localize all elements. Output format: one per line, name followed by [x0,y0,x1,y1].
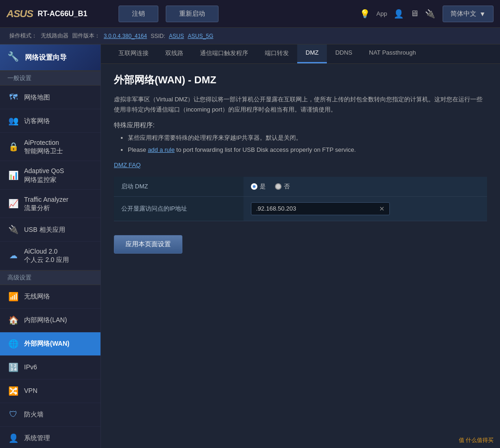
sidebar-item-adaptive-qos[interactable]: 📊 Adaptive QoS网络监控家 [0,161,100,189]
top-icons: 💡 App 👤 🖥 🔌 [360,9,435,19]
watermark: 值 什么值得买 [459,436,494,444]
sidebar-item-aicloud[interactable]: ☁ AiCloud 2.0个人云 2.0 应用 [0,242,100,270]
sidebar-item-firewall[interactable]: 🛡 防火墙 [0,403,100,427]
bullet-list: 某些应用程序需要特殊的处理程序来穿越IP共享器。默认是关闭。 Please ad… [114,133,487,155]
ssid1-link[interactable]: ASUS [169,33,184,39]
sidebar-item-label: VPN [24,386,38,395]
dmz-enable-row: 启动 DMZ 是 否 [114,177,487,197]
radio-no[interactable]: 否 [275,182,290,191]
tab-dualwan[interactable]: 双线路 [157,44,192,63]
chevron-down-icon: ▼ [479,10,486,18]
guest-network-icon: 👥 [7,115,19,127]
special-apps-label: 特殊应用程序: [114,121,487,130]
firewall-icon: 🛡 [7,409,19,421]
reboot-button[interactable]: 重新启动 [166,6,219,22]
monitor-icon[interactable]: 🖥 [410,9,419,19]
usb-icon[interactable]: 🔌 [425,9,435,19]
sidebar-item-ipv6[interactable]: 🔢 IPv6 [0,356,100,380]
settings-table: 启动 DMZ 是 否 [114,177,487,221]
setup-icon: 🔧 [7,51,20,64]
mode-label: 操作模式： [9,32,37,40]
tab-natpassthrough[interactable]: NAT Passthrough [361,44,424,63]
sidebar-item-vpn[interactable]: 🔀 VPN [0,380,100,403]
sidebar-item-label: 访客网络 [24,117,50,125]
main-layout: 🔧 网络设置向导 一般设置 🗺 网络地图 👥 访客网络 🔒 AiProtecti… [0,44,500,448]
traffic-analyzer-icon: 📈 [7,198,19,210]
ip-clear-button[interactable]: ✕ [379,205,385,212]
sidebar-item-wireless[interactable]: 📶 无线网络 [0,285,100,309]
bullet-item-1: 某些应用程序需要特殊的处理程序来穿越IP共享器。默认是关闭。 [128,133,487,143]
page-content: 外部网络(WAN) - DMZ 虚拟非军事区（Virtual DMZ）让您得以将… [101,64,500,448]
radio-yes[interactable]: 是 [251,182,266,191]
sidebar: 🔧 网络设置向导 一般设置 🗺 网络地图 👥 访客网络 🔒 AiProtecti… [0,44,101,448]
sidebar-item-label: IPv6 [24,363,37,371]
watermark-text: 值 什么值得买 [459,437,494,443]
sidebar-item-lan[interactable]: 🏠 内部网络(LAN) [0,309,100,332]
sidebar-item-guest-network[interactable]: 👥 访客网络 [0,109,100,133]
sidebar-item-aiprotection[interactable]: 🔒 AiProtection智能网络卫士 [0,133,100,161]
aiprotection-icon: 🔒 [7,141,19,153]
sidebar-item-label: 外部网络(WAN) [24,339,69,348]
wireless-icon: 📶 [7,291,19,303]
page-title: 外部网络(WAN) - DMZ [114,73,487,87]
app-label: App [376,10,387,17]
sidebar-item-label: Traffic Analyzer流量分析 [24,195,69,212]
sidebar-item-sysadmin[interactable]: 👤 系统管理 [0,427,100,448]
vpn-icon: 🔀 [7,385,19,397]
apply-button[interactable]: 应用本页面设置 [114,235,182,254]
sidebar-item-label: 无线网络 [24,292,50,300]
tab-portforward[interactable]: 端口转发 [256,44,297,63]
setup-label: 网络设置向导 [25,53,67,62]
tab-ddns[interactable]: DDNS [327,44,361,63]
sidebar-item-label: AiCloud 2.0个人云 2.0 应用 [24,247,69,264]
dmz-ip-control: .92.168.50.203 ✕ [244,196,487,221]
sidebar-item-traffic-analyzer[interactable]: 📈 Traffic Analyzer流量分析 [0,190,100,218]
tab-portproxy[interactable]: 通信端口触发程序 [192,44,256,63]
radio-yes-circle [251,183,257,190]
user-icon[interactable]: 👤 [394,9,404,19]
ip-input-text: .92.168.50.203 [256,205,376,212]
app-icon[interactable]: 💡 [360,9,370,19]
sysadmin-icon: 👤 [7,432,19,444]
dmz-ip-row: 公开显露访问点的IP地址 .92.168.50.203 ✕ [114,196,487,221]
mode-value: 无线路由器 [41,32,69,40]
ssid2-link[interactable]: ASUS_5G [188,33,213,39]
dmz-ip-label: 公开显露访问点的IP地址 [114,196,244,221]
ip-input-container[interactable]: .92.168.50.203 ✕ [251,202,390,215]
sidebar-setup[interactable]: 🔧 网络设置向导 [0,44,100,71]
tab-dmz[interactable]: DMZ [297,44,327,63]
network-map-icon: 🗺 [7,91,19,103]
advanced-section-header: 高级设置 [0,270,100,285]
sidebar-item-usb-apps[interactable]: 🔌 USB 相关应用 [0,218,100,242]
lang-label: 简体中文 [450,10,476,18]
dmz-faq-link[interactable]: DMZ FAQ [114,162,141,168]
sidebar-item-label: 内部网络(LAN) [24,316,67,324]
sidebar-item-network-map[interactable]: 🗺 网络地图 [0,86,100,109]
tab-internet[interactable]: 互联网连接 [110,44,157,63]
lang-selector: 💡 App 👤 🖥 🔌 简体中文 ▼ [360,6,494,22]
sidebar-item-label: 网络地图 [24,93,50,101]
status-bar: 操作模式： 无线路由器 固件版本： 3.0.0.4.380_4164 SSID:… [0,28,500,44]
logo-area: ASUS RT-AC66U_B1 [0,0,111,27]
add-rule-link[interactable]: add a rule [148,146,175,153]
content-area: 互联网连接 双线路 通信端口触发程序 端口转发 DMZ DDNS NAT Pas… [101,44,500,448]
sidebar-item-wan[interactable]: 🌐 外部网络(WAN) [0,332,100,356]
sidebar-item-label: Adaptive QoS网络监控家 [24,167,64,183]
dmz-enable-label: 启动 DMZ [114,177,244,197]
tabs-bar: 互联网连接 双线路 通信端口触发程序 端口转发 DMZ DDNS NAT Pas… [101,44,500,64]
sidebar-item-label: 系统管理 [24,434,50,442]
aicloud-icon: ☁ [7,249,19,261]
ipv6-icon: 🔢 [7,361,19,373]
usb-apps-icon: 🔌 [7,224,19,236]
logout-button[interactable]: 注销 [119,6,158,22]
firmware-link[interactable]: 3.0.0.4.380_4164 [104,33,147,39]
lang-button[interactable]: 简体中文 ▼ [443,6,494,22]
wan-icon: 🌐 [7,338,19,350]
top-bar: ASUS RT-AC66U_B1 注销 重新启动 💡 App 👤 🖥 🔌 简体中… [0,0,500,28]
radio-yes-label: 是 [260,182,266,191]
sidebar-item-label: USB 相关应用 [24,225,65,234]
general-section-header: 一般设置 [0,71,100,86]
sidebar-item-label: AiProtection智能网络卫士 [24,138,63,155]
adaptive-qos-icon: 📊 [7,169,19,181]
page-description: 虚拟非军事区（Virtual DMZ）让您得以将一部计算机公开显露在互联网上，使… [114,94,487,115]
